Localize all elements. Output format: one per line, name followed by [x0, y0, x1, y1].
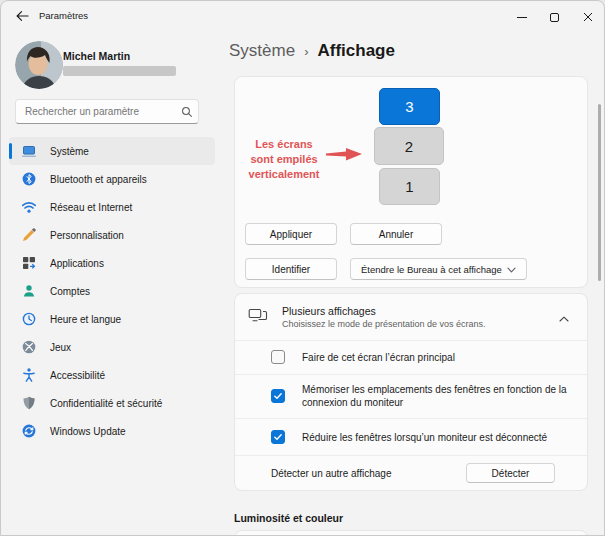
- display-mode-dropdown[interactable]: Étendre le Bureau à cet affichage: [350, 258, 527, 280]
- maximize-button[interactable]: [538, 1, 571, 33]
- annotation-text: Les écrans sont empilés verticalement: [237, 137, 331, 182]
- option-row-minimize-windows: Réduire les fenêtres lorsqu’un moniteur …: [235, 418, 587, 456]
- multi-display-icon: [248, 307, 268, 327]
- sidebar-item-label: Applications: [50, 258, 104, 269]
- check-icon: [273, 432, 283, 442]
- games-icon: [21, 339, 37, 355]
- chevron-up-icon: [559, 308, 569, 326]
- sidebar-item-windows-update[interactable]: Windows Update: [9, 417, 215, 445]
- back-arrow-icon: [16, 8, 29, 26]
- next-card-partial: [234, 530, 588, 536]
- sidebar-item-label: Jeux: [50, 342, 71, 353]
- monitor-2-label: 2: [405, 138, 413, 155]
- sidebar-nav: Système Bluetooth et appareils Réseau et…: [9, 137, 215, 445]
- monitor-2[interactable]: 2: [374, 127, 444, 165]
- annotation-line: sont empilés: [237, 152, 331, 167]
- sidebar-item-confidentialite[interactable]: Confidentialité et sécurité: [9, 389, 215, 417]
- close-button[interactable]: [571, 1, 604, 33]
- search-icon: [176, 106, 198, 118]
- option-row-remember-windows: Mémoriser les emplacements des fenêtres …: [235, 374, 587, 418]
- annotation-line: verticalement: [237, 167, 331, 182]
- sidebar-item-label: Heure et langue: [50, 314, 121, 325]
- cancel-button[interactable]: Annuler: [350, 223, 442, 245]
- back-button[interactable]: [9, 5, 35, 29]
- annotation-line: Les écrans: [237, 137, 331, 152]
- sidebar-item-personnalisation[interactable]: Personnalisation: [9, 221, 215, 249]
- sidebar-item-label: Accessibilité: [50, 370, 105, 381]
- multiple-displays-subtitle: Choisissez le mode de présentation de vo…: [282, 319, 549, 329]
- sidebar-item-jeux[interactable]: Jeux: [9, 333, 215, 361]
- avatar[interactable]: [15, 41, 63, 89]
- maximize-icon: [550, 13, 559, 22]
- display-arrangement-card: 3 2 1 Les écrans sont empilés verticalem…: [234, 76, 588, 288]
- sidebar: Michel Martin Système Bluetooth et appar…: [1, 33, 223, 535]
- system-icon: [21, 143, 37, 159]
- detect-label: Détecter un autre affichage: [271, 468, 391, 479]
- minimize-icon: [517, 17, 527, 18]
- monitor-3-label: 3: [405, 98, 413, 115]
- close-icon: [583, 8, 593, 26]
- settings-window: Paramètres Mi: [0, 0, 605, 536]
- breadcrumb: Système › Affichage: [229, 41, 395, 61]
- minimize-button[interactable]: [505, 1, 538, 33]
- option-row-primary-screen: Faire de cet écran l’écran principal: [235, 340, 587, 375]
- remember-windows-label: Mémoriser les emplacements des fenêtres …: [302, 383, 587, 409]
- accounts-icon: [21, 283, 37, 299]
- minimize-windows-label: Réduire les fenêtres lorsqu’un moniteur …: [302, 431, 547, 444]
- window-controls: [505, 1, 604, 33]
- sidebar-item-label: Windows Update: [50, 426, 126, 437]
- primary-screen-checkbox[interactable]: [271, 350, 285, 364]
- identify-button[interactable]: Identifier: [245, 258, 337, 280]
- sidebar-item-reseau[interactable]: Réseau et Internet: [9, 193, 215, 221]
- multiple-displays-card: Plusieurs affichages Choisissez le mode …: [234, 293, 588, 491]
- profile-email-redacted: [63, 66, 176, 76]
- scrollbar-thumb[interactable]: [598, 104, 601, 281]
- sidebar-item-heure-langue[interactable]: Heure et langue: [9, 305, 215, 333]
- time-language-icon: [21, 311, 37, 327]
- sidebar-item-label: Confidentialité et sécurité: [50, 398, 162, 409]
- sidebar-item-label: Bluetooth et appareils: [50, 174, 147, 185]
- sidebar-item-applications[interactable]: Applications: [9, 249, 215, 277]
- monitor-3[interactable]: 3: [379, 88, 440, 125]
- avatar-photo: [15, 41, 63, 89]
- window-title: Paramètres: [39, 10, 88, 21]
- search-input[interactable]: [16, 106, 176, 117]
- apply-button[interactable]: Appliquer: [245, 223, 337, 245]
- bluetooth-icon: [21, 171, 37, 187]
- monitor-1[interactable]: 1: [379, 168, 440, 205]
- multiple-displays-header[interactable]: Plusieurs affichages Choisissez le mode …: [235, 294, 587, 340]
- breadcrumb-separator: ›: [304, 44, 308, 59]
- detect-button[interactable]: Détecter: [466, 463, 555, 483]
- sidebar-item-accessibilite[interactable]: Accessibilité: [9, 361, 215, 389]
- network-icon: [21, 199, 37, 215]
- breadcrumb-parent[interactable]: Système: [229, 41, 295, 61]
- apps-icon: [21, 255, 37, 271]
- titlebar: Paramètres: [1, 1, 604, 33]
- sidebar-item-comptes[interactable]: Comptes: [9, 277, 215, 305]
- search-box: [15, 99, 199, 124]
- minimize-windows-checkbox[interactable]: [271, 430, 285, 444]
- primary-screen-label: Faire de cet écran l’écran principal: [302, 351, 455, 364]
- display-mode-value: Étendre le Bureau à cet affichage: [361, 264, 502, 275]
- monitor-1-label: 1: [405, 178, 413, 195]
- windows-update-icon: [21, 423, 37, 439]
- collapse-expander-button[interactable]: [549, 302, 579, 332]
- sidebar-item-label: Système: [50, 146, 89, 157]
- privacy-icon: [21, 395, 37, 411]
- check-icon: [273, 391, 283, 401]
- sidebar-item-bluetooth[interactable]: Bluetooth et appareils: [9, 165, 215, 193]
- personalization-icon: [21, 227, 37, 243]
- sidebar-item-label: Comptes: [50, 286, 90, 297]
- sidebar-item-label: Réseau et Internet: [50, 202, 132, 213]
- profile-name: Michel Martin: [63, 50, 130, 62]
- accessibility-icon: [21, 367, 37, 383]
- detect-row: Détecter un autre affichage Détecter: [235, 455, 587, 490]
- remember-windows-checkbox[interactable]: [271, 389, 285, 403]
- chevron-down-icon: [507, 264, 516, 275]
- section-title-brightness: Luminosité et couleur: [234, 512, 343, 524]
- annotation-arrow-icon: [326, 146, 363, 167]
- multiple-displays-text: Plusieurs affichages Choisissez le mode …: [282, 305, 549, 329]
- sidebar-item-systeme[interactable]: Système: [9, 137, 215, 165]
- page-title: Affichage: [317, 41, 394, 61]
- sidebar-item-label: Personnalisation: [50, 230, 124, 241]
